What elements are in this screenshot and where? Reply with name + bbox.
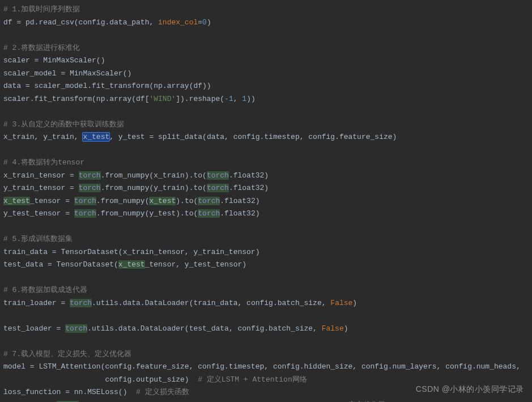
torch-ref: torch (74, 197, 96, 205)
string: 'WIND' (149, 95, 176, 103)
comment: # 定义损失函数 (136, 388, 189, 396)
comment: # 7.载入模型、定义损失、定义优化器 (3, 350, 131, 358)
code-text: .from_numpy(y_train).to( (101, 184, 207, 192)
torch-ref: torch (70, 299, 92, 307)
code-text: ).to( (176, 197, 198, 205)
code-text: scaler_model = MinMaxScaler() (3, 69, 131, 78)
code-text: ) (344, 324, 348, 333)
code-text: ) (207, 18, 211, 27)
comment: # 5.形成训练数据集 (3, 235, 73, 243)
code-text: _tensor = (30, 197, 74, 205)
number: -1 (224, 95, 233, 103)
code-text: .float32) (220, 209, 259, 218)
code-text: .utils.data.DataLoader(test_data, config… (87, 324, 321, 333)
code-text: , (233, 95, 242, 103)
code-text: test_loader = (3, 324, 65, 333)
code-text: .float32) (229, 171, 269, 180)
comment: # 4.将数据转为tensor (3, 158, 84, 167)
code-text: test_data = TensorDataset( (3, 260, 118, 269)
comment: # 定义LSTM + Attention网络 (198, 375, 307, 384)
kwarg: index_col (158, 18, 198, 27)
torch-ref: torch (207, 171, 229, 180)
torch-ref: torch (207, 184, 229, 192)
code-text: , y_test = split_data(data, config.times… (109, 133, 397, 141)
number: 0 (202, 18, 207, 27)
code-text: df = pd.read_csv(config.data_path, (3, 18, 158, 27)
boolean: False (330, 299, 352, 307)
code-text: scaler = MinMaxScaler() (3, 56, 105, 65)
boolean: False (322, 324, 344, 333)
torch-ref: torch (79, 171, 101, 180)
code-text: train_loader = (3, 299, 70, 307)
torch-ref: torch (79, 184, 101, 192)
code-text: x_train_tensor = (3, 171, 79, 180)
number: 1 (242, 95, 246, 103)
code-text: y_train_tensor = (3, 184, 79, 192)
code-text: ) (352, 299, 357, 307)
code-text: data = scaler_model.fit_transform(np.arr… (3, 82, 211, 90)
code-text: = (198, 18, 202, 27)
code-text: .from_numpy(y_test).to( (96, 209, 198, 218)
comment: # 1.加载时间序列数据 (3, 5, 80, 14)
torch-ref: torch (198, 209, 220, 218)
code-text: _tensor, y_test_tensor) (145, 260, 246, 269)
code-text: .float32) (220, 197, 259, 205)
code-text: ]).reshape( (176, 95, 224, 103)
code-text: )) (246, 95, 256, 103)
code-text: x_train, y_train, (3, 133, 83, 141)
search-match: x_test (118, 260, 145, 269)
code-text: train_data = TensorDataset(x_train_tenso… (3, 248, 259, 256)
code-text: scaler.fit_transform(np.array(df[ (3, 95, 149, 103)
code-text: .from_numpy(x_train).to( (101, 171, 207, 180)
search-match-current: x_test (83, 133, 109, 141)
comment: # 3.从自定义的函数中获取训练数据 (3, 120, 124, 129)
search-match: x_test (3, 197, 30, 205)
torch-ref: torch (198, 197, 220, 205)
code-text: model = LSTM_Attention(config.feature_si… (3, 362, 521, 371)
code-text: .from_numpy( (96, 197, 150, 205)
code-text: loss_function = nn.MSELoss() (3, 388, 136, 396)
torch-ref: torch (74, 209, 96, 218)
code-text: .float32) (229, 184, 269, 192)
code-text: y_test_tensor = (3, 209, 74, 218)
code-text: .utils.data.DataLoader(train_data, confi… (92, 299, 330, 307)
comment: # 2.将数据进行标准化 (3, 44, 80, 52)
torch-ref: torch (65, 324, 87, 333)
search-match: x_test (149, 197, 176, 205)
code-editor[interactable]: # 1.加载时间序列数据 df = pd.read_csv(config.dat… (3, 3, 529, 402)
code-text: config.output_size) (3, 375, 198, 384)
comment: # 6.将数据加载成迭代器 (3, 286, 87, 294)
